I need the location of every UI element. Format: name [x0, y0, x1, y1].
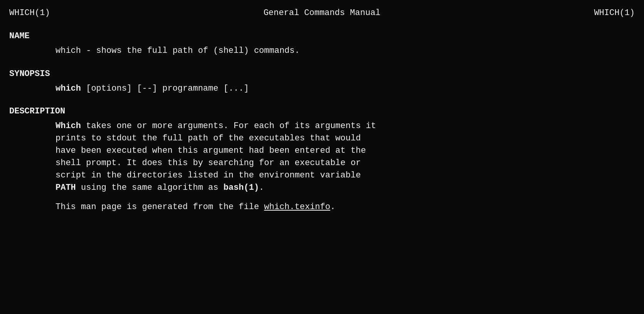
header-center: General Commands Manual: [264, 7, 381, 19]
description-body: Which takes one or more arguments. For e…: [9, 120, 635, 213]
name-heading: NAME: [9, 30, 635, 42]
header-right: WHICH(1): [594, 7, 635, 19]
description-path-rest: using the same algorithm as: [76, 183, 224, 192]
description-para2-link[interactable]: which.texinfo: [264, 202, 330, 212]
description-para2-suffix: .: [330, 202, 335, 212]
description-para1-rest: takes one or more arguments. For each of…: [55, 121, 376, 192]
description-para2: This man page is generated from the file…: [55, 201, 635, 213]
synopsis-command: which [options] [--] programname [...]: [9, 83, 635, 95]
name-section: NAME which - shows the full path of (she…: [9, 30, 635, 57]
synopsis-command-rest: [options] [--] programname [...]: [81, 84, 249, 93]
name-description: which - shows the full path of (shell) c…: [9, 45, 635, 57]
description-path-bold: PATH: [55, 183, 76, 192]
description-bash-end: .: [259, 183, 264, 192]
synopsis-heading: SYNOPSIS: [9, 68, 635, 80]
description-bash-bold: bash(1): [224, 183, 259, 192]
description-heading: DESCRIPTION: [9, 105, 635, 118]
description-section: DESCRIPTION Which takes one or more argu…: [9, 105, 635, 213]
description-para2-prefix: This man page is generated from the file: [55, 202, 264, 212]
synopsis-command-bold: which: [55, 84, 81, 93]
header-left: WHICH(1): [9, 7, 50, 19]
synopsis-section: SYNOPSIS which [options] [--] programnam…: [9, 68, 635, 95]
description-which-bold: Which: [55, 121, 81, 131]
man-page-header: WHICH(1) General Commands Manual WHICH(1…: [9, 7, 635, 19]
